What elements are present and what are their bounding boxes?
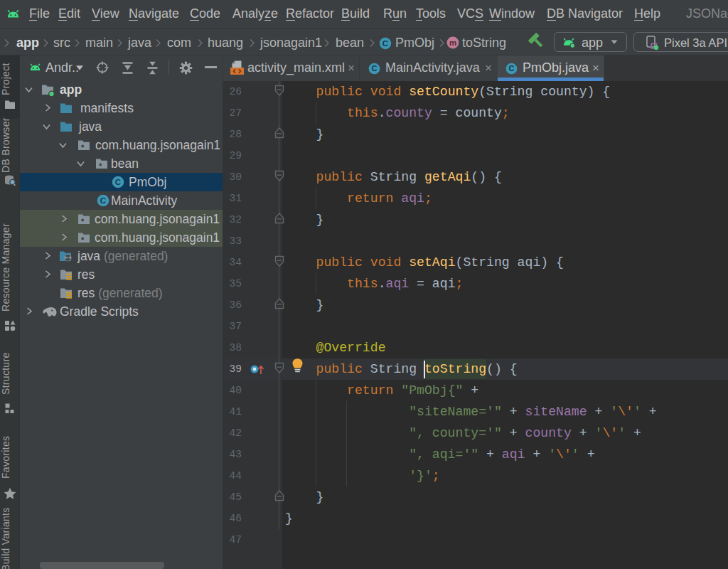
svg-text:C: C [372,64,378,73]
svg-text:C: C [509,64,515,73]
svg-text:C: C [382,39,388,48]
svg-text:m: m [449,38,456,47]
svg-text:C: C [100,196,106,205]
svg-text:C: C [115,178,121,186]
